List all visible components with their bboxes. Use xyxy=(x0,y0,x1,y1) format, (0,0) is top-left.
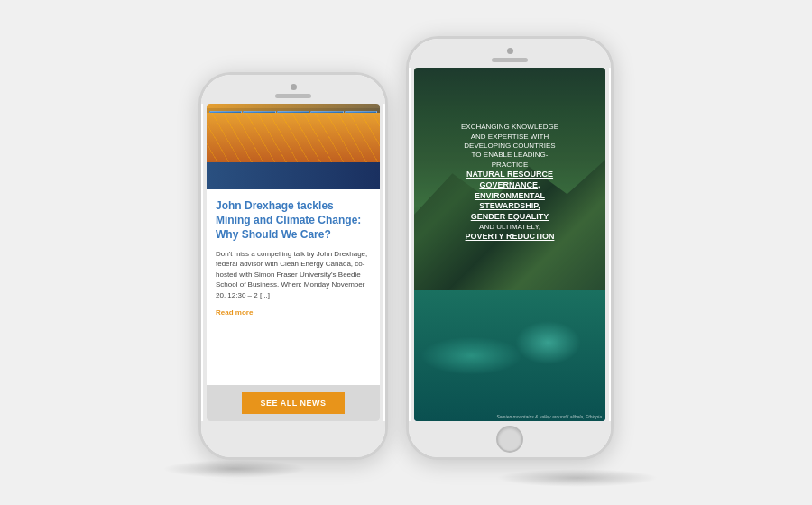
overlay-line-11: AND ULTIMATELY, xyxy=(479,223,540,232)
article-body: Don't miss a compelling talk by John Dre… xyxy=(216,249,371,301)
left-phone-bottom-bar xyxy=(201,421,385,457)
overlay-line-3: DEVELOPING COUNTRIES xyxy=(464,142,555,151)
phone-left: John Drexhage tackles Mining and Climate… xyxy=(198,72,388,460)
speaker-bar xyxy=(275,94,311,98)
shadow-left xyxy=(162,460,307,478)
left-footer: SEE ALL NEWS xyxy=(207,385,380,421)
article-content: John Drexhage tackles Mining and Climate… xyxy=(207,189,380,331)
overlay-line-1: EXCHANGING KNOWLEDGE xyxy=(461,123,558,132)
photo-caption: Semien mountains & valley around Lalibel… xyxy=(496,414,602,419)
home-button[interactable] xyxy=(496,426,523,453)
left-phone-top-bar xyxy=(201,75,385,104)
overlay-line-2: AND EXPERTISE WITH xyxy=(471,133,549,142)
right-phone-bottom-bar xyxy=(409,421,611,457)
phone-right: EXCHANGING KNOWLEDGE AND EXPERTISE WITH … xyxy=(406,36,614,460)
overlay-line-10: GENDER EQUALITY xyxy=(471,212,549,223)
overlay-line-6: NATURAL RESOURCE xyxy=(466,170,553,180)
shadow-right xyxy=(496,469,659,487)
overlay-line-4: TO ENABLE LEADING- xyxy=(472,151,549,160)
aerial-water-background: Semien mountains & valley around Lalibel… xyxy=(414,290,605,421)
left-phone-screen: John Drexhage tackles Mining and Climate… xyxy=(207,104,380,421)
overlay-line-7: GOVERNANCE, xyxy=(479,180,540,191)
phones-container: John Drexhage tackles Mining and Climate… xyxy=(0,0,812,505)
right-phone-top-bar xyxy=(409,39,611,68)
see-all-news-button[interactable]: SEE ALL NEWS xyxy=(242,392,344,414)
overlay-line-8: ENVIRONMENTAL xyxy=(475,191,545,202)
solar-panel-grid xyxy=(207,108,380,162)
overlay-line-9: STEWARDSHIP, xyxy=(479,201,540,212)
overlay-line-5: PRACTICE xyxy=(492,161,528,170)
read-more-link[interactable]: Read more xyxy=(216,308,371,317)
camera-dot xyxy=(291,84,297,90)
right-speaker-bar xyxy=(492,58,528,62)
overlay-text-block: EXCHANGING KNOWLEDGE AND EXPERTISE WITH … xyxy=(414,68,605,298)
right-phone-screen: EXCHANGING KNOWLEDGE AND EXPERTISE WITH … xyxy=(414,68,605,421)
hero-image xyxy=(207,104,380,189)
right-camera-dot xyxy=(507,48,513,54)
right-screen-content: EXCHANGING KNOWLEDGE AND EXPERTISE WITH … xyxy=(414,68,605,421)
overlay-line-12: POVERTY REDUCTION xyxy=(466,232,555,243)
article-title: John Drexhage tackles Mining and Climate… xyxy=(216,198,371,243)
